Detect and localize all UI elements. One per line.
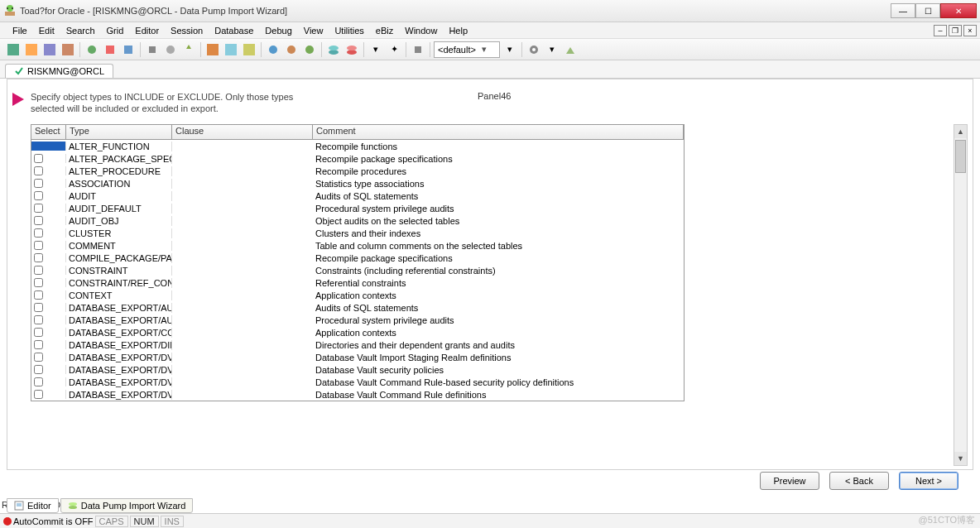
row-select-cell[interactable] xyxy=(31,253,66,262)
table-row[interactable]: ASSOCIATIONStatistics type associations xyxy=(31,177,684,190)
row-select-cell[interactable] xyxy=(31,228,66,238)
row-checkbox[interactable] xyxy=(34,278,43,287)
toolbar-gear-icon[interactable] xyxy=(526,41,542,58)
row-checkbox[interactable] xyxy=(34,365,43,374)
scroll-up-arrow[interactable]: ▲ xyxy=(954,125,967,138)
next-button[interactable]: Next > xyxy=(899,472,958,490)
row-checkbox[interactable] xyxy=(34,315,43,324)
row-checkbox[interactable] xyxy=(34,179,43,188)
toolbar-commit-icon[interactable] xyxy=(325,41,342,58)
toolbar-button-21[interactable]: ▾ xyxy=(544,41,560,58)
row-checkbox[interactable] xyxy=(34,353,43,362)
table-row[interactable]: AUDIT_DEFAULTProcedural system privilege… xyxy=(31,202,684,214)
menu-search[interactable]: Search xyxy=(60,24,101,37)
row-select-cell[interactable] xyxy=(31,315,66,324)
menu-help[interactable]: Help xyxy=(443,24,473,37)
menu-file[interactable]: File xyxy=(7,24,33,37)
row-select-cell[interactable] xyxy=(31,179,66,188)
table-row[interactable]: DATABASE_EXPORT/DVPS_FDatabase Vault Com… xyxy=(31,376,684,388)
toolbar-button-2[interactable] xyxy=(23,41,40,58)
toolbar-button-7[interactable] xyxy=(120,41,137,58)
menu-view[interactable]: View xyxy=(298,24,329,37)
row-checkbox[interactable] xyxy=(34,241,43,250)
row-checkbox[interactable] xyxy=(34,166,43,175)
row-select-cell[interactable] xyxy=(31,365,66,374)
table-row[interactable]: CONSTRAINTConstraints (including referen… xyxy=(31,264,684,276)
menu-utilities[interactable]: Utilities xyxy=(329,24,369,37)
row-checkbox[interactable] xyxy=(34,377,43,386)
table-row[interactable]: CLUSTERClusters and their indexes xyxy=(31,227,684,239)
column-header-type[interactable]: Type xyxy=(66,125,172,140)
table-row[interactable]: CONTEXTApplication contexts xyxy=(31,289,684,301)
menu-session[interactable]: Session xyxy=(165,24,209,37)
row-select-cell[interactable] xyxy=(31,216,66,225)
menu-debug[interactable]: Debug xyxy=(259,24,297,37)
row-checkbox[interactable] xyxy=(34,204,43,213)
schema-combo[interactable]: <default>▾ xyxy=(434,41,500,58)
mdi-minimize-button[interactable]: – xyxy=(934,25,947,36)
column-header-comment[interactable]: Comment xyxy=(313,125,684,140)
row-select-cell[interactable] xyxy=(31,166,66,175)
row-select-cell[interactable] xyxy=(31,290,66,300)
toolbar-button-9[interactable] xyxy=(162,41,179,58)
row-checkbox[interactable] xyxy=(34,290,43,300)
menu-grid[interactable]: Grid xyxy=(101,24,130,37)
menu-ebiz[interactable]: eBiz xyxy=(370,24,399,37)
toolbar-button-6[interactable] xyxy=(102,41,118,58)
table-row[interactable]: DATABASE_EXPORT/DVPS_FDatabase Vault Com… xyxy=(31,388,684,401)
minimize-button[interactable]: — xyxy=(891,3,915,18)
row-select-cell[interactable] xyxy=(31,191,66,200)
row-select-cell[interactable] xyxy=(31,241,66,250)
row-select-cell[interactable] xyxy=(31,390,66,399)
toolbar-button-4[interactable] xyxy=(60,41,76,58)
row-checkbox[interactable] xyxy=(34,303,43,312)
row-select-cell[interactable] xyxy=(31,278,66,287)
editor-tab[interactable]: Editor xyxy=(7,498,59,513)
toolbar-button-18[interactable]: ✦ xyxy=(386,41,402,58)
table-row[interactable]: AUDITAudits of SQL statements xyxy=(31,190,684,202)
mdi-restore-button[interactable]: ❐ xyxy=(949,25,962,36)
toolbar-button-19[interactable] xyxy=(410,41,426,58)
toolbar-button-10[interactable] xyxy=(180,41,197,58)
back-button[interactable]: < Back xyxy=(829,472,889,490)
toolbar-button-8[interactable] xyxy=(144,41,161,58)
maximize-button[interactable]: ☐ xyxy=(915,3,940,18)
row-select-cell[interactable] xyxy=(31,303,66,312)
row-select-cell[interactable] xyxy=(31,328,66,337)
mdi-close-button[interactable]: × xyxy=(963,25,977,36)
toolbar-button-5[interactable] xyxy=(84,41,100,58)
table-row[interactable]: ALTER_PROCEDURERecompile procedures xyxy=(31,165,684,177)
row-checkbox[interactable] xyxy=(34,340,43,349)
toolbar-button-17[interactable]: ▾ xyxy=(368,41,384,58)
table-row[interactable]: ALTER_FUNCTIONRecompile functions xyxy=(31,140,684,152)
row-checkbox[interactable] xyxy=(34,328,43,337)
table-row[interactable]: ALTER_PACKAGE_SPECRecompile package spec… xyxy=(31,152,684,165)
table-row[interactable]: COMPILE_PACKAGE/PACKA(Recompile package … xyxy=(31,252,684,264)
toolbar-button-14[interactable] xyxy=(265,41,281,58)
row-select-cell[interactable] xyxy=(31,377,66,386)
row-select-cell[interactable] xyxy=(31,266,66,275)
row-checkbox[interactable] xyxy=(34,266,43,275)
scroll-thumb[interactable] xyxy=(955,140,966,173)
column-header-clause[interactable]: Clause xyxy=(172,125,313,140)
preview-button[interactable]: Preview xyxy=(760,472,819,490)
column-header-select[interactable]: Select xyxy=(31,125,66,140)
table-row[interactable]: CONSTRAINT/REF_CONSTRReferential constra… xyxy=(31,276,684,289)
toolbar-button-22[interactable] xyxy=(562,41,579,58)
toolbar-button-13[interactable] xyxy=(241,41,257,58)
menu-window[interactable]: Window xyxy=(399,24,443,37)
connection-tab[interactable]: RISKMNG@ORCL xyxy=(5,64,113,78)
table-row[interactable]: DATABASE_EXPORT/DIRECDirectories and the… xyxy=(31,338,684,351)
close-button[interactable]: ✕ xyxy=(940,3,977,18)
row-checkbox[interactable] xyxy=(34,154,43,163)
table-row[interactable]: DATABASE_EXPORT/DVPS_FDatabase Vault sec… xyxy=(31,363,684,376)
row-select-cell[interactable] xyxy=(31,142,66,151)
row-checkbox[interactable] xyxy=(34,216,43,225)
row-select-cell[interactable] xyxy=(31,340,66,349)
row-checkbox[interactable] xyxy=(34,228,43,238)
toolbar-button-3[interactable] xyxy=(41,41,58,58)
row-select-cell[interactable] xyxy=(31,154,66,163)
table-row[interactable]: DATABASE_EXPORT/AUDITAudits of SQL state… xyxy=(31,301,684,314)
row-checkbox[interactable] xyxy=(34,191,43,200)
scroll-down-arrow[interactable]: ▼ xyxy=(954,452,967,465)
